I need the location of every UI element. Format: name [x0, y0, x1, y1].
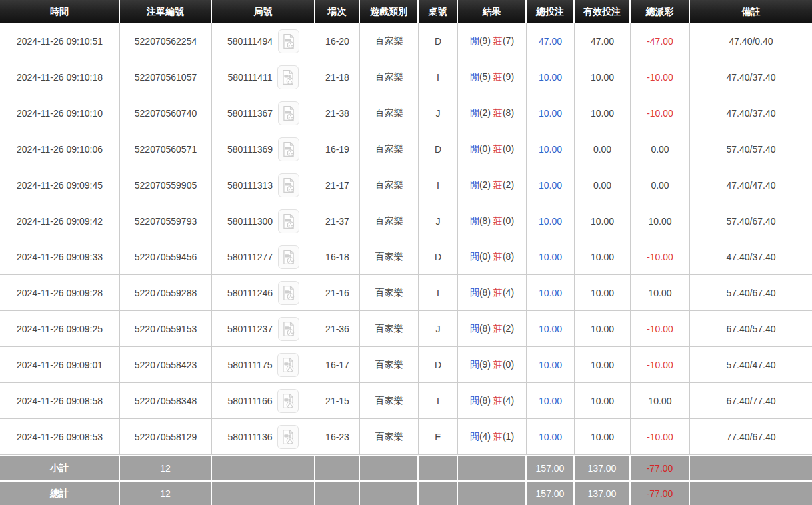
- cell-round-id: 580111246: [212, 275, 315, 311]
- cell-table-no: I: [419, 383, 458, 419]
- banker-result-value: (4): [503, 287, 514, 298]
- video-file-icon: [282, 141, 295, 157]
- round-id-text: 580111175: [228, 360, 273, 370]
- banker-result-value: (2): [503, 179, 514, 190]
- banker-result-value: (1): [503, 431, 514, 442]
- cell-remark: 77.40/67.40: [690, 419, 812, 455]
- player-result-label: 閒: [470, 431, 479, 442]
- cell-time: 2024-11-26 09:09:42: [0, 203, 120, 239]
- player-result-value: (8): [479, 323, 491, 334]
- cell-bet-id: 522070560571: [120, 131, 212, 167]
- cell-remark: 67.40/77.40: [690, 383, 812, 419]
- player-result-value: (9): [479, 359, 491, 370]
- video-replay-button[interactable]: [278, 101, 299, 125]
- cell-valid-bet: 0.00: [575, 131, 631, 167]
- cell-valid-bet: 10.00: [575, 275, 631, 311]
- video-replay-button[interactable]: [278, 245, 299, 269]
- cell-remark: 57.40/47.40: [690, 347, 812, 383]
- player-result-label: 閒: [470, 287, 479, 298]
- round-id-text: 580111411: [228, 72, 273, 83]
- cell-session: 21-15: [315, 383, 360, 419]
- cell-remark: 57.40/57.40: [690, 131, 812, 167]
- player-result-label: 閒: [470, 143, 479, 154]
- video-replay-button[interactable]: [278, 137, 299, 161]
- cell-valid-bet: 10.00: [575, 203, 631, 239]
- video-replay-button[interactable]: [277, 425, 299, 449]
- cell-bet-id: 522070562254: [120, 23, 212, 59]
- cell-total-bet: 10.00: [527, 239, 575, 275]
- cell-bet-id: 522070559793: [120, 203, 212, 239]
- cell-result: 閒(8) 莊(0): [458, 203, 527, 239]
- player-result-label: 閒: [470, 107, 479, 118]
- cell-round-id: 580111237: [212, 311, 315, 347]
- banker-result-label: 莊: [493, 71, 503, 82]
- player-result-label: 閒: [470, 71, 479, 82]
- banker-result-label: 莊: [493, 287, 503, 298]
- cell-table-no: J: [419, 203, 458, 239]
- cell-round-id: 580111175: [212, 347, 315, 383]
- cell-total-bet: 47.00: [527, 23, 575, 59]
- cell-remark: 57.40/67.40: [690, 275, 812, 311]
- video-replay-button[interactable]: [277, 65, 299, 89]
- player-result-value: (0): [479, 251, 491, 262]
- cell-total-bet: 10.00: [527, 95, 575, 131]
- player-result-label: 閒: [470, 35, 479, 46]
- video-replay-button[interactable]: [278, 209, 299, 233]
- cell-time: 2024-11-26 09:10:06: [0, 131, 120, 167]
- cell-round-id: 580111411: [212, 59, 315, 95]
- round-id-text: 580111300: [227, 216, 273, 227]
- column-header-table-no: 桌號: [419, 0, 458, 23]
- banker-result-label: 莊: [493, 179, 503, 190]
- round-id-text: 580111494: [227, 36, 273, 47]
- player-result-value: (8): [479, 395, 491, 406]
- banker-result-value: (8): [503, 107, 514, 118]
- column-header-session: 場次: [315, 0, 360, 23]
- cell-game-type: 百家樂: [360, 383, 419, 419]
- round-id-text: 580111246: [227, 288, 273, 298]
- video-replay-button[interactable]: [278, 281, 299, 305]
- cell-result: 閒(8) 莊(4): [458, 275, 527, 311]
- column-header-bet-id: 注單編號: [120, 0, 212, 23]
- round-id-text: 580111136: [228, 432, 273, 442]
- column-header-valid-bet: 有效投注: [575, 0, 631, 23]
- cell-round-id: 580111367: [212, 95, 315, 131]
- cell-valid-bet: 10.00: [575, 59, 631, 95]
- cell-total-bet: 10.00: [527, 347, 575, 383]
- round-id-text: 580111367: [227, 108, 273, 119]
- table-row: 2024-11-26 09:10:18 522070561057 5801114…: [0, 59, 812, 95]
- banker-result-label: 莊: [493, 359, 503, 370]
- video-replay-button[interactable]: [278, 317, 299, 341]
- table-row: 2024-11-26 09:09:42 522070559793 5801113…: [0, 203, 812, 239]
- cell-bet-id: 522070559456: [120, 239, 212, 275]
- cell-game-type: 百家樂: [360, 59, 419, 95]
- cell-game-type: 百家樂: [360, 419, 419, 455]
- cell-total-bet: 10.00: [527, 203, 575, 239]
- video-replay-button[interactable]: [278, 29, 299, 53]
- video-replay-button[interactable]: [277, 353, 299, 377]
- table-row: 2024-11-26 09:10:51 522070562254 5801114…: [0, 23, 812, 59]
- table-row: 2024-11-26 09:10:06 522070560571 5801113…: [0, 131, 812, 167]
- cell-time: 2024-11-26 09:08:53: [0, 419, 120, 455]
- video-file-icon: [282, 177, 295, 193]
- video-replay-button[interactable]: [277, 389, 299, 413]
- cell-valid-bet: 10.00: [575, 239, 631, 275]
- cell-remark: 67.40/57.40: [690, 311, 812, 347]
- cell-result: 閒(2) 莊(8): [458, 95, 527, 131]
- table-row: 2024-11-26 09:09:25 522070559153 5801112…: [0, 311, 812, 347]
- cell-valid-bet: 0.00: [575, 167, 631, 203]
- cell-table-no: I: [419, 275, 458, 311]
- cell-session: 16-18: [315, 239, 360, 275]
- cell-session: 16-17: [315, 347, 360, 383]
- cell-time: 2024-11-26 09:09:33: [0, 239, 120, 275]
- banker-result-value: (2): [503, 323, 514, 334]
- cell-total-payout: 0.00: [631, 131, 690, 167]
- column-header-total-payout: 總派彩: [631, 0, 690, 23]
- player-result-value: (9): [479, 35, 491, 46]
- round-id-text: 580111313: [227, 180, 273, 191]
- cell-bet-id: 522070559153: [120, 311, 212, 347]
- cell-game-type: 百家樂: [360, 239, 419, 275]
- grand-total-total-payout: -77.00: [631, 480, 690, 505]
- video-replay-button[interactable]: [278, 173, 299, 197]
- player-result-value: (2): [479, 179, 491, 190]
- cell-round-id: 580111277: [212, 239, 315, 275]
